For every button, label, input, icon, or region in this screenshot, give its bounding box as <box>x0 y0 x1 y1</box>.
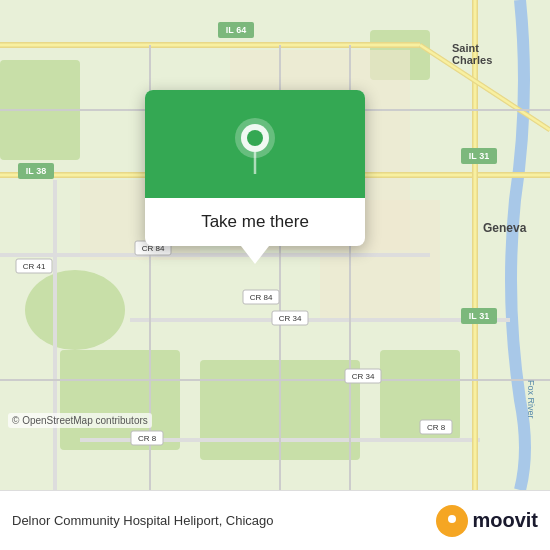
svg-text:IL 38: IL 38 <box>26 166 46 176</box>
svg-text:CR 34: CR 34 <box>352 372 375 381</box>
svg-text:CR 8: CR 8 <box>138 434 157 443</box>
svg-text:CR 34: CR 34 <box>279 314 302 323</box>
popup-top <box>145 90 365 198</box>
svg-text:CR 84: CR 84 <box>250 293 273 302</box>
moovit-logo: moovit <box>436 505 538 537</box>
svg-text:IL 64: IL 64 <box>226 25 246 35</box>
svg-point-58 <box>448 515 456 523</box>
svg-point-55 <box>247 130 263 146</box>
svg-text:Saint: Saint <box>452 42 479 54</box>
popup-card: Take me there <box>145 90 365 246</box>
svg-text:IL 31: IL 31 <box>469 151 489 161</box>
popup-arrow <box>241 246 269 264</box>
svg-text:IL 31: IL 31 <box>469 311 489 321</box>
bottom-bar: Delnor Community Hospital Heliport, Chic… <box>0 490 550 550</box>
moovit-icon <box>436 505 468 537</box>
popup-bottom[interactable]: Take me there <box>145 198 365 246</box>
svg-text:CR 8: CR 8 <box>427 423 446 432</box>
svg-text:Charles: Charles <box>452 54 492 66</box>
moovit-text: moovit <box>472 509 538 532</box>
map-container: IL 64 IL 38 IL 31 IL 31 CR 84 CR 84 CR 4… <box>0 0 550 490</box>
svg-text:CR 41: CR 41 <box>23 262 46 271</box>
take-me-there-button[interactable]: Take me there <box>201 212 309 232</box>
map-attribution: © OpenStreetMap contributors <box>8 413 152 428</box>
svg-text:Fox River: Fox River <box>526 380 536 419</box>
svg-text:Geneva: Geneva <box>483 221 527 235</box>
svg-marker-57 <box>447 524 457 532</box>
location-pin-icon <box>233 118 277 174</box>
location-label: Delnor Community Hospital Heliport, Chic… <box>12 513 426 528</box>
svg-point-6 <box>25 270 125 350</box>
